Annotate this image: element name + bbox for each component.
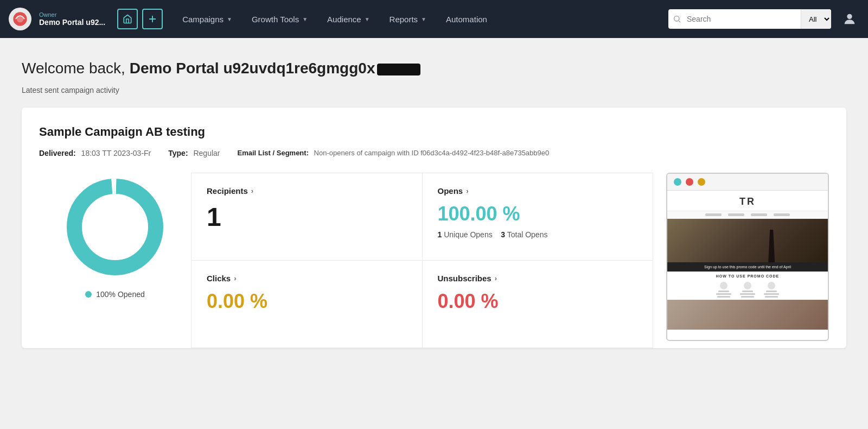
stats-row: 100% Opened Recipients › 1 Opens bbox=[39, 173, 829, 348]
campaigns-caret-icon: ▼ bbox=[227, 16, 232, 22]
growth-tools-caret-icon: ▼ bbox=[302, 16, 308, 22]
nav-growth-tools[interactable]: Growth Tools ▼ bbox=[242, 0, 317, 38]
preview-hero-image bbox=[667, 219, 828, 262]
clicks-card: Clicks › 0.00 % bbox=[192, 261, 422, 348]
recipients-card: Recipients › 1 bbox=[192, 173, 422, 260]
preview-section-title: HOW TO USE PROMO CODE bbox=[716, 272, 780, 280]
svg-point-8 bbox=[74, 186, 156, 268]
preview-icon-2 bbox=[740, 282, 755, 298]
preview-nav-bar bbox=[667, 211, 828, 219]
nav-campaigns[interactable]: Campaigns ▼ bbox=[173, 0, 242, 38]
svg-point-7 bbox=[847, 14, 852, 19]
nav-owner-label: Owner bbox=[39, 11, 105, 18]
preview-dot-yellow bbox=[698, 178, 705, 186]
campaign-meta: Delivered: 18:03 TT 2023-03-Fr Type: Reg… bbox=[39, 149, 829, 157]
email-preview-panel: TR Sign up to use this promo code until … bbox=[666, 173, 829, 341]
donut-legend: 100% Opened bbox=[85, 290, 145, 299]
unsubscribes-arrow-icon: › bbox=[495, 274, 497, 282]
add-button[interactable] bbox=[142, 9, 163, 29]
app-logo bbox=[9, 8, 31, 30]
preview-dot-green bbox=[674, 178, 681, 186]
preview-icon-3 bbox=[764, 282, 779, 298]
unsubscribes-card: Unsubscribes › 0.00 % bbox=[423, 261, 653, 348]
unsubscribes-pct: 0.00 % bbox=[438, 292, 638, 311]
welcome-heading: Welcome back, Demo Portal u92uvdq1re6gmg… bbox=[22, 60, 846, 77]
nav-automation[interactable]: Automation bbox=[436, 0, 497, 38]
preview-icon-1 bbox=[716, 282, 731, 298]
svg-line-6 bbox=[679, 21, 680, 22]
opens-pct: 100.00 % bbox=[438, 204, 638, 224]
recipients-arrow-icon: › bbox=[251, 187, 253, 195]
recipients-value: 1 bbox=[207, 204, 407, 230]
nav-audience[interactable]: Audience ▼ bbox=[317, 0, 379, 38]
reports-caret-icon: ▼ bbox=[421, 16, 426, 22]
campaign-card: Sample Campaign AB testing Delivered: 18… bbox=[22, 108, 846, 348]
latest-activity-label: Latest sent campaign activity bbox=[22, 86, 846, 94]
nav-brand: Owner Demo Portal u92... bbox=[39, 11, 105, 27]
preview-icons-row bbox=[716, 280, 779, 300]
donut-chart bbox=[61, 173, 169, 281]
nav-items: Campaigns ▼ Growth Tools ▼ Audience ▼ Re… bbox=[173, 0, 497, 38]
preview-titlebar bbox=[667, 174, 828, 191]
welcome-name: Demo Portal u92uvdq1re6gmgg0x bbox=[130, 60, 375, 77]
audience-caret-icon: ▼ bbox=[365, 16, 370, 22]
preview-bottom-image bbox=[667, 300, 828, 330]
clicks-pct: 0.00 % bbox=[207, 292, 407, 311]
user-icon bbox=[842, 11, 857, 27]
svg-point-5 bbox=[674, 16, 679, 21]
type-meta: Type: Regular bbox=[168, 149, 220, 157]
search-bar: All bbox=[668, 9, 831, 29]
delivered-meta: Delivered: 18:03 TT 2023-03-Fr bbox=[39, 149, 151, 157]
navbar: Owner Demo Portal u92... Campaigns ▼ Gro… bbox=[0, 0, 868, 38]
search-input[interactable] bbox=[681, 9, 801, 29]
campaign-title: Sample Campaign AB testing bbox=[39, 125, 829, 139]
opens-arrow-icon: › bbox=[466, 187, 468, 195]
opens-card: Opens › 100.00 % 1 Unique Opens 3 Total … bbox=[423, 173, 653, 260]
preview-hero-figure bbox=[763, 230, 780, 262]
home-button[interactable] bbox=[117, 9, 138, 29]
search-scope-select[interactable]: All bbox=[801, 9, 831, 29]
preview-content: TR Sign up to use this promo code until … bbox=[667, 191, 828, 337]
donut-area: 100% Opened bbox=[39, 173, 191, 312]
redacted-block bbox=[377, 64, 420, 75]
user-menu-button[interactable] bbox=[840, 9, 859, 29]
segment-meta: Email List / Segment: Non-openers of cam… bbox=[238, 149, 550, 157]
main-content: Welcome back, Demo Portal u92uvdq1re6gmg… bbox=[0, 38, 868, 370]
donut-legend-dot bbox=[85, 291, 92, 298]
nav-brand-name: Demo Portal u92... bbox=[39, 18, 105, 27]
preview-banner: Sign up to use this promo code until the… bbox=[667, 262, 828, 272]
opens-sub: 1 Unique Opens 3 Total Opens bbox=[438, 230, 638, 239]
clicks-arrow-icon: › bbox=[234, 274, 236, 282]
preview-dot-red bbox=[686, 178, 693, 186]
preview-logo: TR bbox=[667, 191, 828, 211]
nav-reports[interactable]: Reports ▼ bbox=[380, 0, 436, 38]
search-icon bbox=[673, 15, 681, 23]
stat-cards-grid: Recipients › 1 Opens › 100.00 % 1 Unique… bbox=[191, 173, 653, 348]
